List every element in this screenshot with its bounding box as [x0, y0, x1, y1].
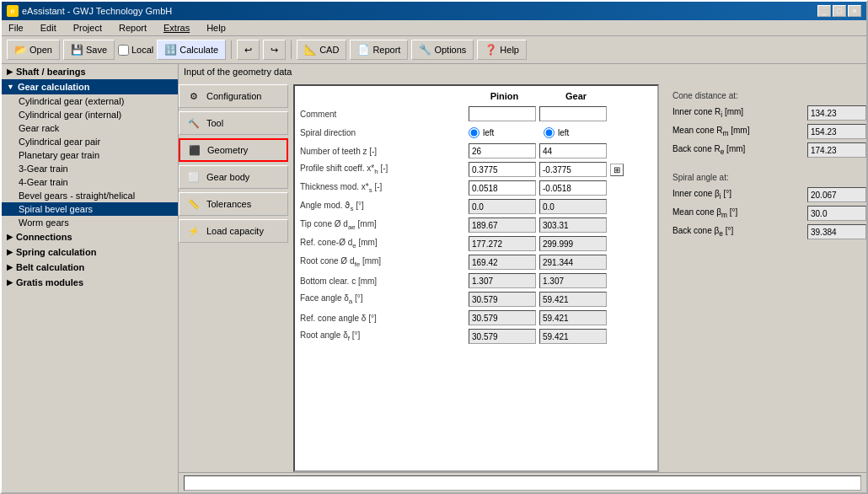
sidebar-item-planetary[interactable]: Planetary gear train [2, 148, 178, 162]
bottom-clear-pinion-input[interactable] [469, 273, 536, 288]
form-row-comment: Comment [300, 105, 652, 123]
tool-icon: 🔨 [186, 115, 201, 131]
sidebar-section-connections[interactable]: ▶ Connections [2, 229, 178, 244]
local-checkbox[interactable] [118, 45, 129, 56]
ref-cone-angle-pinion-input[interactable] [469, 310, 536, 325]
spiral-dir-pinion-group: left [469, 127, 540, 138]
thickness-mod-pinion-input[interactable] [469, 180, 536, 196]
panel-header: Input of the geometry data [179, 64, 866, 79]
back-cone-label: Back cone Re [mm] [672, 144, 804, 156]
num-teeth-gear-input[interactable] [539, 143, 607, 158]
close-button[interactable]: × [848, 5, 861, 17]
help-button[interactable]: ❓ Help [477, 40, 527, 60]
form-row-profile-shift: Profile shift coeff. x*h [-] ⊞ [300, 160, 652, 179]
menu-file[interactable]: File [5, 22, 27, 34]
save-icon: 💾 [71, 44, 83, 56]
sidebar-item-spiral-bevel[interactable]: Spiral bevel gears [2, 202, 178, 216]
sidebar-section-shaft-label: Shaft / bearings [16, 67, 86, 77]
thickness-mod-gear-input[interactable] [539, 180, 607, 196]
sidebar-item-worm[interactable]: Worm gears [2, 216, 178, 229]
spiral-dir-gear-label: left [558, 128, 569, 137]
sidebar-section-belt[interactable]: ▶ Belt calculation [2, 260, 178, 275]
menu-extras[interactable]: Extras [160, 22, 193, 34]
status-input[interactable] [184, 475, 861, 491]
spiral-dir-gear-radio[interactable] [544, 127, 555, 138]
calculate-button[interactable]: 🔢 Calculate [157, 40, 226, 60]
tip-cone-pinion-input[interactable] [469, 217, 536, 233]
ref-cone-angle-gear-input[interactable] [539, 310, 607, 325]
sidebar-section-gear[interactable]: ▼ Gear calculation [2, 79, 178, 94]
comment-gear-input[interactable] [539, 106, 607, 121]
spiral-dir-pinion-label: left [483, 128, 494, 137]
sidebar-item-cyl-int[interactable]: Cylindrical gear (internal) [2, 108, 178, 121]
back-beta-input[interactable] [807, 224, 866, 239]
sidebar-section-gratis[interactable]: ▶ Gratis modules [2, 275, 178, 290]
undo-icon: ↩ [244, 45, 252, 56]
menu-project[interactable]: Project [70, 22, 105, 34]
right-row-inner-beta: Inner cone βi [°] [672, 185, 866, 204]
save-button[interactable]: 💾 Save [63, 40, 115, 60]
sidebar-section-shaft[interactable]: ▶ Shaft / bearings [2, 64, 178, 79]
mean-beta-label: Mean cone βm [°] [672, 207, 804, 219]
arrow-icon-spring: ▶ [7, 248, 13, 256]
separator-2 [291, 40, 292, 59]
geometry-button[interactable]: ⬛ Geometry [179, 138, 288, 162]
angle-mod-pinion-input[interactable] [469, 199, 536, 214]
angle-mod-gear-input[interactable] [539, 199, 607, 214]
mean-cone-input[interactable] [807, 124, 866, 139]
sidebar: ▶ Shaft / bearings ▼ Gear calculation Cy… [2, 64, 179, 492]
config-button[interactable]: ⚙ Configuration [179, 84, 288, 108]
form-row-ref-cone-angle: Ref. cone angle δ [°] [300, 309, 652, 327]
sidebar-item-4gear[interactable]: 4-Gear train [2, 175, 178, 189]
profile-shift-pinion-input[interactable] [469, 162, 536, 177]
ref-cone-pinion-input[interactable] [469, 236, 536, 251]
mean-beta-input[interactable] [807, 206, 866, 221]
num-teeth-pinion-input[interactable] [469, 143, 536, 158]
load-capacity-button[interactable]: ⚡ Load capacity [179, 219, 288, 243]
sidebar-section-spring[interactable]: ▶ Spring calculation [2, 244, 178, 260]
menu-report[interactable]: Report [115, 22, 150, 34]
back-cone-input[interactable] [807, 142, 866, 158]
ref-cone-gear-input[interactable] [539, 236, 607, 251]
gear-body-label: Gear body [206, 172, 249, 182]
root-cone-pinion-input[interactable] [469, 255, 536, 270]
sidebar-item-3gear[interactable]: 3-Gear train [2, 162, 178, 175]
arrow-icon-belt: ▶ [7, 263, 13, 271]
cad-label: CAD [319, 45, 339, 55]
report-button[interactable]: 📄 Report [350, 40, 408, 60]
root-angle-gear-input[interactable] [539, 329, 607, 344]
pinion-header: Pinion [469, 91, 540, 101]
tolerances-button[interactable]: 📏 Tolerances [179, 192, 288, 216]
menu-edit[interactable]: Edit [37, 22, 60, 34]
profile-shift-gear-input[interactable] [539, 162, 607, 177]
options-button[interactable]: 🔧 Options [411, 40, 474, 60]
root-angle-pinion-input[interactable] [469, 329, 536, 344]
sidebar-item-bevel[interactable]: Bevel gears - straight/helical [2, 189, 178, 202]
tool-button[interactable]: 🔨 Tool [179, 111, 288, 135]
comment-pinion-input[interactable] [469, 106, 536, 121]
minimize-button[interactable]: _ [817, 5, 831, 17]
ref-cone-angle-label: Ref. cone angle δ [°] [300, 314, 469, 323]
spiral-dir-pinion-radio[interactable] [469, 127, 480, 138]
inner-cone-input[interactable] [807, 105, 866, 121]
form-row-face-angle: Face angle δa [°] [300, 290, 652, 309]
profile-shift-icon[interactable]: ⊞ [610, 164, 624, 176]
root-cone-gear-input[interactable] [539, 255, 607, 270]
gear-body-button[interactable]: ⬜ Gear body [179, 165, 288, 189]
bottom-clear-gear-input[interactable] [539, 273, 607, 288]
sidebar-item-cyl-pair[interactable]: Cylindrical gear pair [2, 135, 178, 148]
open-button[interactable]: 📂 Open [7, 40, 60, 60]
tip-cone-gear-input[interactable] [539, 217, 607, 233]
menu-help[interactable]: Help [203, 22, 229, 34]
form-row-spiral-dir: Spiral direction left left [300, 123, 652, 142]
face-angle-gear-input[interactable] [539, 292, 607, 307]
redo-button[interactable]: ↪ [263, 40, 286, 60]
sidebar-item-cyl-ext[interactable]: Cylindrical gear (external) [2, 94, 178, 108]
undo-button[interactable]: ↩ [237, 40, 260, 60]
ref-cone-angle-inputs [469, 310, 607, 325]
sidebar-item-gear-rack[interactable]: Gear rack [2, 121, 178, 135]
inner-beta-input[interactable] [807, 187, 866, 202]
face-angle-pinion-input[interactable] [469, 292, 536, 307]
maximize-button[interactable]: □ [833, 5, 846, 17]
cad-button[interactable]: 📐 CAD [297, 40, 346, 60]
